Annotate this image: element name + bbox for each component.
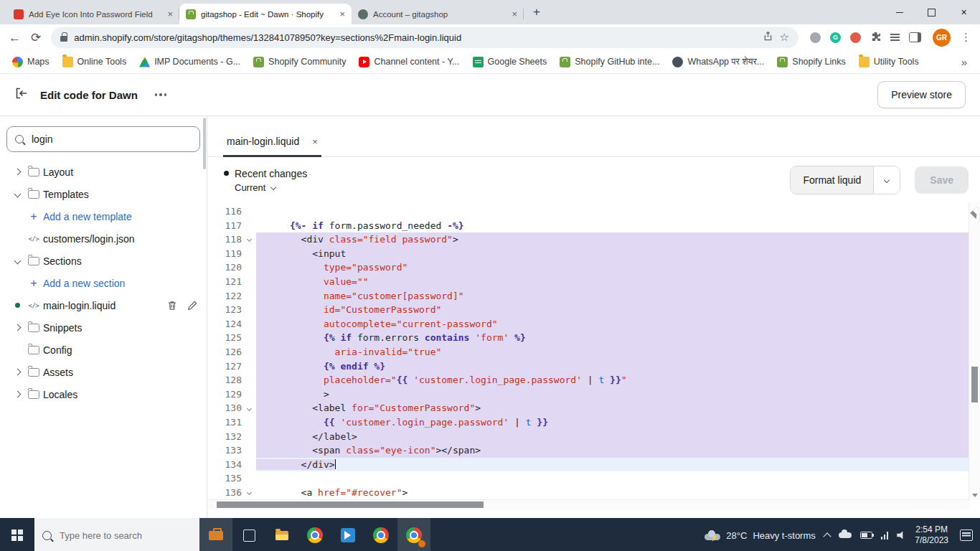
code-line-119[interactable]: 119 <input — [216, 247, 969, 261]
sidebar-item-assets[interactable]: Assets — [0, 361, 207, 383]
task-view-button[interactable] — [232, 518, 265, 551]
minimize-icon[interactable] — [883, 0, 915, 24]
bookmark-item[interactable]: WhatsApp पर शेयर... — [667, 55, 769, 70]
code-line-116[interactable]: 116 — [216, 204, 969, 219]
weather-widget[interactable]: 28°C Heavy t-storms — [705, 530, 815, 541]
search-input[interactable] — [30, 133, 192, 146]
sidebar-item-locales[interactable]: Locales — [0, 383, 207, 405]
exit-icon[interactable] — [14, 86, 29, 103]
bookmark-item[interactable]: Online Tools — [57, 55, 132, 70]
sidebar-item-customers-login-json[interactable]: </>customers/login.json — [0, 227, 207, 250]
format-liquid-button[interactable]: Format liquid — [791, 166, 873, 194]
chevron-right-icon[interactable] — [10, 325, 24, 330]
browser-tab[interactable]: Account – gitagshop× — [352, 4, 524, 24]
sidebar-item-snippets[interactable]: Snippets — [0, 316, 207, 339]
speaker-icon[interactable] — [897, 531, 906, 540]
refresh-icon[interactable]: ⟳ — [31, 32, 41, 44]
chevron-right-icon[interactable] — [10, 169, 24, 174]
chrome-profile-button[interactable] — [397, 518, 430, 551]
chrome-button[interactable] — [364, 518, 397, 551]
sidebar-item-layout[interactable]: Layout — [0, 161, 207, 183]
bookmark-item[interactable]: Maps — [7, 55, 55, 70]
code-line-131[interactable]: 131 {{ 'customer.login_page.password' | … — [216, 415, 969, 430]
browser-tab[interactable]: Add Eye Icon Into Password Field× — [7, 4, 179, 24]
pencil-icon[interactable] — [187, 300, 198, 311]
back-icon[interactable]: ← — [9, 32, 21, 44]
chevron-right-icon[interactable] — [10, 369, 24, 375]
battery-icon[interactable] — [860, 532, 872, 539]
sidebar-item-sections[interactable]: Sections — [0, 250, 207, 272]
clock[interactable]: 2:54 PM 7/8/2023 — [915, 524, 948, 546]
file-explorer-button[interactable] — [265, 518, 298, 551]
code-line-129[interactable]: 129 > — [216, 387, 969, 402]
bookmark-item[interactable]: Shopify Community — [248, 55, 351, 70]
code-line-135[interactable]: 135 — [216, 471, 969, 486]
code-line-132[interactable]: 132 </label> — [216, 430, 969, 444]
bookmark-item[interactable]: Channel content - Y... — [354, 55, 464, 70]
chevron-right-icon[interactable] — [10, 392, 24, 397]
bookmark-item[interactable]: Utility Tools — [854, 55, 924, 70]
bookmark-item[interactable]: Shopify Links — [772, 55, 850, 70]
bookmark-item[interactable]: Shopify GitHub inte... — [555, 55, 664, 70]
sidebar-item-templates[interactable]: Templates — [0, 183, 207, 205]
version-dropdown[interactable]: Current — [235, 182, 307, 193]
sidebar-item-config[interactable]: Config — [0, 339, 207, 361]
tab-close-icon[interactable]: × — [167, 9, 173, 19]
trash-icon[interactable] — [166, 300, 178, 311]
code-line-133[interactable]: 133 <span class="eye-icon"></span> — [216, 443, 969, 458]
puzzle-icon[interactable] — [870, 31, 881, 44]
code-line-121[interactable]: 121 value="" — [216, 275, 969, 289]
code-line-130[interactable]: 130 <label for="CustomerPassword"> — [216, 401, 969, 415]
code-line-134[interactable]: 134 </div> — [216, 458, 969, 472]
sidebar-scrollbar[interactable] — [203, 118, 206, 169]
onedrive-cloud-icon[interactable] — [839, 532, 852, 538]
bookmark-item[interactable]: Google Sheets — [468, 55, 552, 70]
code-line-122[interactable]: 122 name="customer[password]" — [216, 289, 969, 303]
maximize-icon[interactable] — [915, 0, 948, 24]
code-line-118[interactable]: 118 <div class="field password"> — [216, 232, 969, 247]
horizontal-scrollbar[interactable] — [207, 499, 969, 509]
extension-icon[interactable] — [850, 32, 861, 43]
code-line-124[interactable]: 124 autocomplete="current-password" — [216, 317, 969, 331]
fold-chevron-icon[interactable] — [242, 232, 256, 247]
file-search[interactable] — [6, 126, 200, 152]
bookmark-star-icon[interactable]: ☆ — [780, 31, 789, 44]
horizontal-scroll-thumb[interactable] — [217, 501, 484, 508]
start-button[interactable] — [0, 518, 34, 551]
hidden-icons-chevron-icon[interactable] — [823, 532, 831, 540]
browser-tab[interactable]: gitagshop - Edit ~ Dawn · Shopify× — [179, 4, 352, 24]
code-line-126[interactable]: 126 aria-invalid="true" — [216, 345, 969, 359]
vertical-scroll-thumb[interactable] — [971, 367, 978, 402]
chrome-button[interactable] — [298, 518, 331, 551]
tab-close-icon[interactable]: × — [512, 9, 517, 19]
close-window-icon[interactable]: × — [948, 0, 980, 24]
close-tab-icon[interactable]: × — [312, 136, 318, 147]
grammarly-icon[interactable]: G — [830, 32, 841, 43]
scroll-up-icon[interactable] — [970, 207, 980, 220]
code-line-136[interactable]: 136 <a href="#recover"> — [216, 486, 969, 500]
editor-tab-main-login[interactable]: main-login.liquid × — [223, 136, 321, 157]
briefcase-app-button[interactable] — [199, 518, 232, 551]
network-icon[interactable] — [881, 532, 889, 540]
taskbar-search-input[interactable] — [58, 529, 192, 542]
vertical-scrollbar[interactable] — [969, 203, 980, 500]
code-line-125[interactable]: 125 {% if form.errors contains 'form' %} — [216, 331, 969, 345]
code-line-128[interactable]: 128 placeholder="{{ 'customer.login_page… — [216, 373, 969, 387]
code-line-120[interactable]: 120 type="password" — [216, 260, 969, 275]
code-line-123[interactable]: 123 id="CustomerPassword" — [216, 303, 969, 317]
preview-store-button[interactable]: Preview store — [877, 81, 966, 108]
code-line-127[interactable]: 127 {% endif %} — [216, 359, 969, 374]
profile-avatar[interactable]: GR — [933, 29, 951, 47]
fold-chevron-icon[interactable] — [242, 401, 256, 415]
sidebar-item-main-login-liquid[interactable]: </>main-login.liquid — [0, 294, 207, 316]
extension-icon[interactable] — [810, 32, 821, 43]
reading-list-icon[interactable] — [890, 34, 900, 35]
taskbar-search[interactable] — [34, 518, 199, 551]
format-options-button[interactable] — [873, 166, 900, 194]
sidebar-item-add-a-new-section[interactable]: +Add a new section — [0, 272, 207, 294]
share-icon[interactable] — [763, 31, 773, 44]
vscode-button[interactable] — [331, 518, 364, 551]
scroll-down-icon[interactable] — [972, 494, 978, 497]
save-button[interactable]: Save — [915, 166, 969, 194]
tab-close-icon[interactable]: × — [339, 9, 345, 19]
